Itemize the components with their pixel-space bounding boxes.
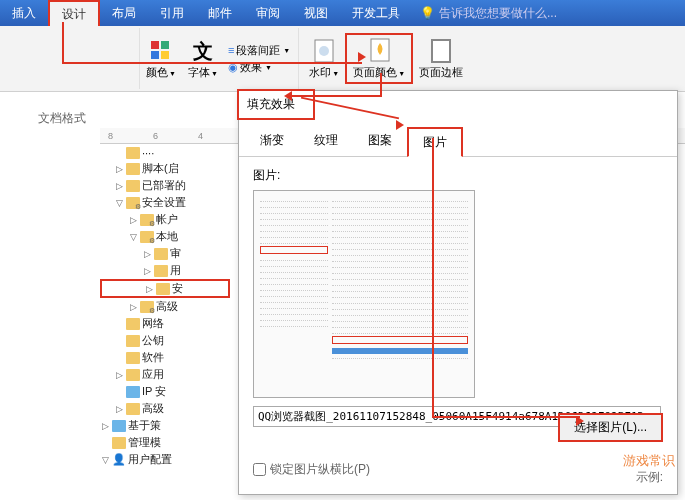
tree-item[interactable]: ▽本地 (100, 228, 230, 245)
expand-icon[interactable]: ▽ (100, 455, 110, 465)
tree-item[interactable]: ▷安 (100, 279, 230, 298)
lock-aspect-input[interactable] (253, 463, 266, 476)
tree-item-label: 本地 (156, 229, 178, 244)
tree-item[interactable]: IP 安 (100, 383, 230, 400)
colors-button[interactable]: 颜色▼ (140, 35, 182, 82)
tree-item[interactable]: ▷应用 (100, 366, 230, 383)
menubar: 插入 设计 布局 引用 邮件 审阅 视图 开发工具 💡 告诉我您想要做什么... (0, 0, 685, 26)
user-icon: 👤 (112, 453, 126, 466)
tree-item[interactable]: ▽安全设置 (100, 194, 230, 211)
expand-icon[interactable]: ▷ (142, 249, 152, 259)
fonts-button[interactable]: 文 字体▼ (182, 35, 224, 82)
doc-format-label: 文档格式 (38, 110, 86, 127)
fill-effects-dialog: 填充效果 渐变 纹理 图案 图片 图片: 选择图片(L)... 锁定图片纵横比(… (238, 90, 678, 495)
colors-icon (147, 37, 175, 65)
svg-point-5 (319, 46, 329, 56)
select-picture-button[interactable]: 选择图片(L)... (558, 413, 663, 442)
tree-item[interactable]: ▷脚本(启 (100, 160, 230, 177)
tree-item-label: 用户配置 (128, 452, 172, 467)
expand-icon[interactable]: ▷ (114, 181, 124, 191)
tree-item[interactable]: 管理模 (100, 434, 230, 451)
lock-aspect-checkbox[interactable]: 锁定图片纵横比(P) (253, 461, 663, 478)
menu-layout[interactable]: 布局 (100, 0, 148, 26)
folder-icon (154, 265, 168, 277)
tree-item-label: 管理模 (128, 435, 161, 450)
para-spacing-button[interactable]: ≡段落间距▼ (228, 43, 290, 58)
folder-icon (156, 283, 170, 295)
tree-item[interactable]: ▷帐户 (100, 211, 230, 228)
tree-item-label: 软件 (142, 350, 164, 365)
tree-item-label: 脚本(启 (142, 161, 179, 176)
tree-item[interactable]: ▷用 (100, 262, 230, 279)
folder-icon (112, 420, 126, 432)
picture-label: 图片: (253, 167, 663, 184)
menu-review[interactable]: 审阅 (244, 0, 292, 26)
tree-item-label: 高级 (142, 401, 164, 416)
tree-item-label: 审 (170, 246, 181, 261)
tree-item[interactable]: ▷已部署的 (100, 177, 230, 194)
expand-icon[interactable]: ▷ (128, 302, 138, 312)
expand-icon[interactable]: ▷ (114, 404, 124, 414)
tree-item[interactable]: ▷高级 (100, 298, 230, 315)
tree-item[interactable]: ▷基于策 (100, 417, 230, 434)
tree-item-label: 高级 (156, 299, 178, 314)
tree-item[interactable]: 软件 (100, 349, 230, 366)
expand-icon[interactable]: ▽ (128, 232, 138, 242)
tree-item-label: ···· (142, 147, 154, 159)
menu-design[interactable]: 设计 (48, 0, 100, 26)
menu-insert[interactable]: 插入 (0, 0, 48, 26)
watermark-button[interactable]: 水印▼ (303, 35, 345, 82)
tree-item-label: 已部署的 (142, 178, 186, 193)
folder-icon (126, 335, 140, 347)
tree-item-label: 用 (170, 263, 181, 278)
menu-view[interactable]: 视图 (292, 0, 340, 26)
tree-panel: ····▷脚本(启▷已部署的▽安全设置▷帐户▽本地▷审▷用▷安▷高级网络公钥软件… (100, 146, 230, 468)
menu-devtools[interactable]: 开发工具 (340, 0, 412, 26)
menu-mailings[interactable]: 邮件 (196, 0, 244, 26)
expand-icon[interactable]: ▷ (114, 164, 124, 174)
tree-item-label: 帐户 (156, 212, 178, 227)
watermark-text: 游戏常识 (623, 452, 675, 470)
svg-rect-0 (151, 41, 159, 49)
tree-item[interactable]: 公钥 (100, 332, 230, 349)
expand-icon[interactable]: ▷ (144, 284, 154, 294)
folder-icon (126, 318, 140, 330)
tree-item-label: 安全设置 (142, 195, 186, 210)
tab-pattern[interactable]: 图案 (353, 126, 407, 156)
tab-texture[interactable]: 纹理 (299, 126, 353, 156)
tree-item-label: IP 安 (142, 384, 166, 399)
folder-icon (126, 147, 140, 159)
menu-references[interactable]: 引用 (148, 0, 196, 26)
tab-picture[interactable]: 图片 (407, 127, 463, 157)
folder-icon (154, 248, 168, 260)
tree-item[interactable]: ▽👤用户配置 (100, 451, 230, 468)
tell-me[interactable]: 💡 告诉我您想要做什么... (420, 5, 557, 22)
svg-rect-2 (151, 51, 159, 59)
page-color-button[interactable]: 页面颜色▼ (345, 33, 413, 84)
folder-icon (140, 214, 154, 226)
svg-rect-1 (161, 41, 169, 49)
expand-icon[interactable]: ▷ (114, 370, 124, 380)
folder-icon (126, 180, 140, 192)
expand-icon[interactable]: ▷ (142, 266, 152, 276)
page-border-button[interactable]: 页面边框 (413, 35, 469, 82)
tree-item-label: 应用 (142, 367, 164, 382)
tree-item-label: 安 (172, 281, 183, 296)
dialog-title: 填充效果 (237, 89, 315, 120)
tree-item[interactable]: 网络 (100, 315, 230, 332)
tree-item[interactable]: ···· (100, 146, 230, 160)
expand-icon[interactable]: ▽ (114, 198, 124, 208)
expand-icon[interactable]: ▷ (128, 215, 138, 225)
expand-icon[interactable]: ▷ (100, 421, 110, 431)
picture-preview (253, 190, 475, 398)
tree-item[interactable]: ▷审 (100, 245, 230, 262)
folder-icon (140, 301, 154, 313)
folder-icon (126, 197, 140, 209)
effects-button[interactable]: ◉效果▼ (228, 60, 290, 75)
watermark-icon (310, 37, 338, 65)
example-label: 示例: (636, 469, 663, 486)
tab-gradient[interactable]: 渐变 (245, 126, 299, 156)
tree-item[interactable]: ▷高级 (100, 400, 230, 417)
folder-icon (126, 163, 140, 175)
page-color-icon (365, 37, 393, 65)
